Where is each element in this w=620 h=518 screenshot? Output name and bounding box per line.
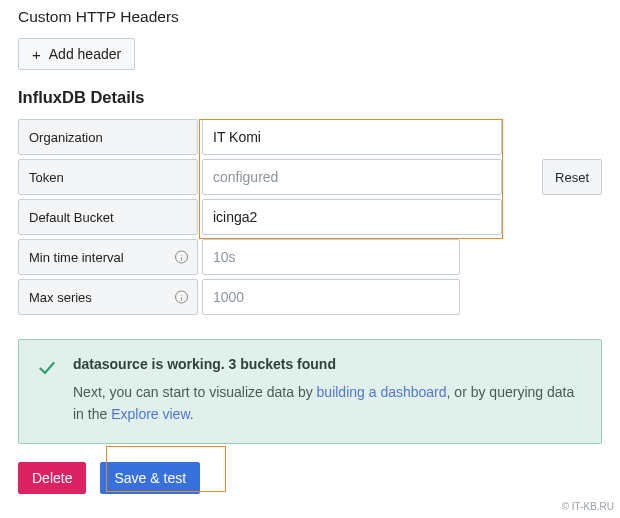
custom-headers-title: Custom HTTP Headers <box>18 8 602 26</box>
input-min-interval[interactable] <box>202 239 460 275</box>
link-explore-view[interactable]: Explore view <box>111 406 190 422</box>
row-min-interval: Min time interval i <box>18 239 602 275</box>
input-default-bucket[interactable] <box>202 199 502 235</box>
row-default-bucket: Default Bucket <box>18 199 602 235</box>
input-max-series[interactable] <box>202 279 460 315</box>
link-build-dashboard[interactable]: building a dashboard <box>317 384 447 400</box>
label-default-bucket-text: Default Bucket <box>29 210 114 225</box>
label-max-series: Max series i <box>18 279 198 315</box>
label-default-bucket: Default Bucket <box>18 199 198 235</box>
alert-body-1: Next, you can start to visualize data by <box>73 384 317 400</box>
alert-title: datasource is working. 3 buckets found <box>73 356 583 372</box>
label-organization: Organization <box>18 119 198 155</box>
info-icon[interactable]: i <box>175 291 188 304</box>
save-test-button[interactable]: Save & test <box>100 462 200 494</box>
alert-success: datasource is working. 3 buckets found N… <box>18 339 602 444</box>
alert-content: datasource is working. 3 buckets found N… <box>73 356 583 425</box>
label-max-series-text: Max series <box>29 290 92 305</box>
label-min-interval: Min time interval i <box>18 239 198 275</box>
action-row: Delete Save & test <box>18 462 602 494</box>
info-icon[interactable]: i <box>175 251 188 264</box>
label-min-interval-text: Min time interval <box>29 250 124 265</box>
plus-icon: + <box>32 47 41 62</box>
delete-label: Delete <box>32 470 72 486</box>
label-organization-text: Organization <box>29 130 103 145</box>
label-token: Token <box>18 159 198 195</box>
delete-button[interactable]: Delete <box>18 462 86 494</box>
save-test-label: Save & test <box>114 470 186 486</box>
row-token: Token Reset <box>18 159 602 195</box>
label-token-text: Token <box>29 170 64 185</box>
check-icon <box>37 358 59 378</box>
watermark: © IT-KB.RU <box>562 501 614 512</box>
reset-label: Reset <box>555 170 589 185</box>
alert-body-3: . <box>190 406 194 422</box>
row-organization: Organization <box>18 119 602 155</box>
input-organization[interactable] <box>202 119 502 155</box>
page-root: Custom HTTP Headers + Add header InfluxD… <box>0 0 620 518</box>
reset-token-button[interactable]: Reset <box>542 159 602 195</box>
add-header-label: Add header <box>49 46 121 62</box>
add-header-button[interactable]: + Add header <box>18 38 135 70</box>
input-token[interactable] <box>202 159 502 195</box>
row-max-series: Max series i <box>18 279 602 315</box>
influxdb-details-title: InfluxDB Details <box>18 88 602 107</box>
alert-body: Next, you can start to visualize data by… <box>73 382 583 425</box>
